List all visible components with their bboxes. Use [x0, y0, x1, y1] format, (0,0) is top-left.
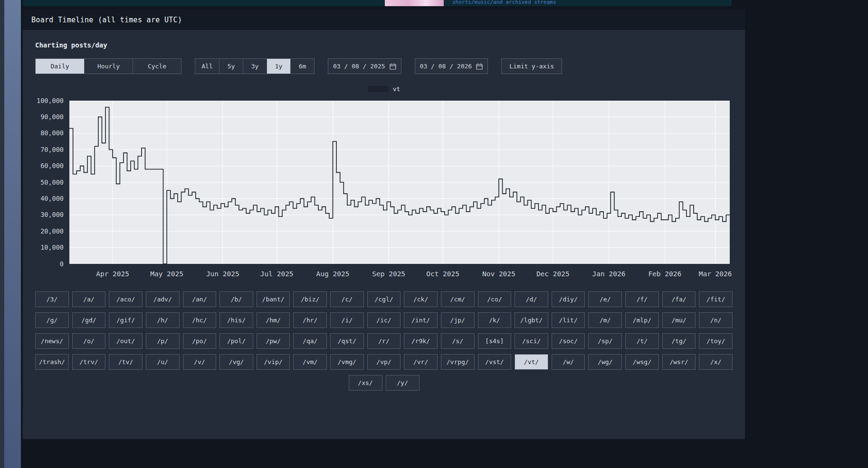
board-button-v[interactable]: /v/	[183, 354, 217, 370]
board-button-int[interactable]: /int/	[404, 312, 438, 328]
board-button-wsr[interactable]: /wsr/	[662, 354, 696, 370]
board-button-ic[interactable]: /ic/	[367, 312, 401, 328]
board-button-qa[interactable]: /qa/	[293, 333, 327, 349]
board-button-ck[interactable]: /ck/	[404, 291, 438, 307]
board-button-qst[interactable]: /qst/	[330, 333, 364, 349]
board-button-co[interactable]: /co/	[478, 291, 512, 307]
board-button-tv[interactable]: /tv/	[109, 354, 143, 370]
board-button-w[interactable]: /w/	[552, 354, 585, 370]
board-button-p[interactable]: /p/	[146, 333, 180, 349]
board-button-vmg[interactable]: /vmg/	[330, 354, 364, 370]
board-button-m[interactable]: /m/	[588, 312, 622, 328]
board-button-trv[interactable]: /trv/	[72, 354, 106, 370]
board-button-sci[interactable]: /sci/	[515, 333, 548, 349]
board-button-pol[interactable]: /pol/	[219, 333, 253, 349]
board-row: /g//gd//gif//h//hc//his//hm//hr//i//ic//…	[35, 312, 733, 328]
board-button-cm[interactable]: /cm/	[441, 291, 475, 307]
board-button-mlp[interactable]: /mlp/	[625, 312, 659, 328]
board-button-vg[interactable]: /vg/	[219, 354, 253, 370]
board-button-adv[interactable]: /adv/	[146, 291, 180, 307]
board-button-vip[interactable]: /vip/	[257, 354, 290, 370]
board-button-po[interactable]: /po/	[183, 333, 217, 349]
board-button-y[interactable]: /y/	[386, 375, 420, 391]
board-button-k[interactable]: /k/	[478, 312, 512, 328]
svg-text:Jul 2025: Jul 2025	[260, 270, 294, 278]
svg-text:40,000: 40,000	[40, 195, 64, 202]
range-button-6m[interactable]: 6m	[290, 59, 314, 74]
svg-text:Dec 2025: Dec 2025	[536, 270, 570, 278]
board-button-lgbt[interactable]: /lgbt/	[515, 312, 548, 328]
board-button-r[interactable]: /r/	[367, 333, 401, 349]
board-button-hc[interactable]: /hc/	[183, 312, 217, 328]
board-button-biz[interactable]: /biz/	[293, 291, 327, 307]
board-button-trash[interactable]: /trash/	[35, 354, 69, 370]
board-button-bant[interactable]: /bant/	[257, 291, 290, 307]
board-button-soc[interactable]: /soc/	[552, 333, 585, 349]
range-button-1y[interactable]: 1y	[267, 59, 290, 74]
board-button-h[interactable]: /h/	[146, 312, 180, 328]
board-button-lit[interactable]: /lit/	[552, 312, 585, 328]
board-button-f[interactable]: /f/	[625, 291, 659, 307]
board-button-cgl[interactable]: /cgl/	[367, 291, 401, 307]
chart-legend: vt	[35, 85, 733, 92]
board-button-x[interactable]: /x/	[699, 354, 733, 370]
board-button-fit[interactable]: /fit/	[699, 291, 733, 307]
svg-text:Sep 2025: Sep 2025	[372, 270, 405, 278]
board-button-u[interactable]: /u/	[146, 354, 180, 370]
board-button-i[interactable]: /i/	[330, 312, 364, 328]
board-button-n[interactable]: /n/	[699, 312, 733, 328]
board-button-s4s[interactable]: [s4s]	[478, 333, 512, 349]
board-button-vp[interactable]: /vp/	[367, 354, 401, 370]
range-button-5y[interactable]: 5y	[219, 59, 243, 74]
board-button-news[interactable]: /news/	[35, 333, 69, 349]
calendar-icon[interactable]	[390, 63, 396, 70]
board-button-vrpg[interactable]: /vrpg/	[441, 354, 475, 370]
board-button-b[interactable]: /b/	[219, 291, 253, 307]
svg-text:10,000: 10,000	[40, 243, 64, 251]
board-button-vm[interactable]: /vm/	[293, 354, 327, 370]
board-button-gd[interactable]: /gd/	[72, 312, 106, 328]
board-button-a[interactable]: /a/	[72, 291, 106, 307]
board-button-e[interactable]: /e/	[588, 291, 622, 307]
board-button-tg[interactable]: /tg/	[662, 333, 696, 349]
board-button-toy[interactable]: /toy/	[699, 333, 733, 349]
board-button-jp[interactable]: /jp/	[441, 312, 475, 328]
board-button-vst[interactable]: /vst/	[478, 354, 512, 370]
board-button-c[interactable]: /c/	[330, 291, 364, 307]
range-button-all[interactable]: All	[195, 59, 219, 74]
board-button-s[interactable]: /s/	[441, 333, 475, 349]
board-button-3[interactable]: /3/	[35, 291, 69, 307]
board-button-g[interactable]: /g/	[35, 312, 69, 328]
svg-text:100,000: 100,000	[37, 97, 64, 104]
board-button-r9k[interactable]: /r9k/	[404, 333, 438, 349]
end-date-input[interactable]: 03 / 08 / 2026	[415, 58, 488, 74]
mode-button-daily[interactable]: Daily	[36, 59, 84, 74]
mode-button-cycle[interactable]: Cycle	[133, 59, 181, 74]
board-button-hr[interactable]: /hr/	[293, 312, 327, 328]
board-button-d[interactable]: /d/	[515, 291, 548, 307]
board-button-his[interactable]: /his/	[219, 312, 253, 328]
board-button-out[interactable]: /out/	[109, 333, 143, 349]
board-button-pw[interactable]: /pw/	[257, 333, 290, 349]
board-button-mu[interactable]: /mu/	[662, 312, 696, 328]
board-button-sp[interactable]: /sp/	[588, 333, 622, 349]
board-button-vt[interactable]: /vt/	[515, 354, 548, 370]
board-button-o[interactable]: /o/	[72, 333, 106, 349]
mode-button-hourly[interactable]: Hourly	[84, 59, 133, 74]
board-button-an[interactable]: /an/	[183, 291, 217, 307]
banner-link[interactable]: shorts/music/and archived streams	[452, 0, 556, 5]
board-button-gif[interactable]: /gif/	[109, 312, 143, 328]
limit-y-axis-button[interactable]: Limit y-axis	[501, 58, 562, 74]
range-button-3y[interactable]: 3y	[243, 59, 267, 74]
board-button-fa[interactable]: /fa/	[662, 291, 696, 307]
board-button-aco[interactable]: /aco/	[109, 291, 143, 307]
board-button-diy[interactable]: /diy/	[552, 291, 585, 307]
board-button-wg[interactable]: /wg/	[588, 354, 622, 370]
calendar-icon[interactable]	[476, 63, 483, 70]
board-button-xs[interactable]: /xs/	[349, 375, 382, 391]
board-button-wsg[interactable]: /wsg/	[625, 354, 659, 370]
board-button-vr[interactable]: /vr/	[404, 354, 438, 370]
board-button-t[interactable]: /t/	[625, 333, 659, 349]
start-date-input[interactable]: 03 / 08 / 2025	[328, 58, 401, 74]
board-button-hm[interactable]: /hm/	[257, 312, 290, 328]
